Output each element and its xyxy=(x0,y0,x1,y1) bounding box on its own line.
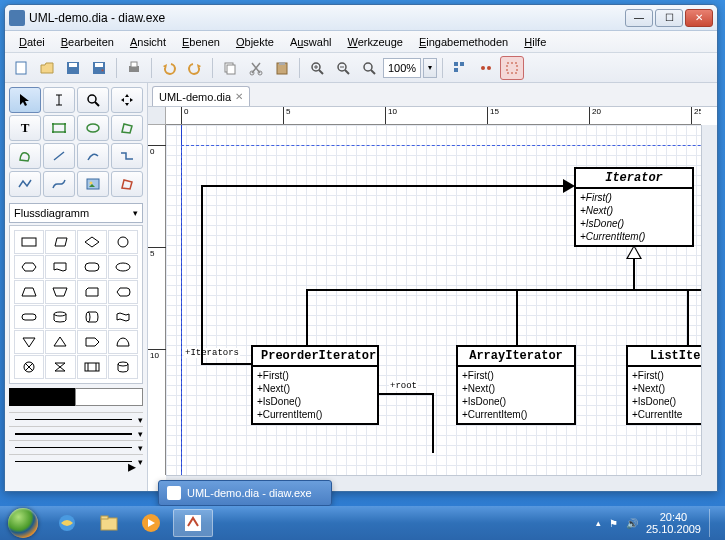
tool-scroll[interactable] xyxy=(111,87,143,113)
shape-diamond[interactable] xyxy=(77,230,107,254)
shape-hexagon[interactable] xyxy=(14,255,44,279)
menu-hilfe[interactable]: Hilfe xyxy=(516,34,554,50)
connector[interactable] xyxy=(379,393,434,395)
zoom-out-button[interactable] xyxy=(331,56,355,80)
tool-polyline[interactable] xyxy=(9,171,41,197)
association-label[interactable]: +root xyxy=(389,381,418,391)
shape-trapezoid[interactable] xyxy=(14,280,44,304)
copy-button[interactable] xyxy=(218,56,242,80)
shape-crossed-circle[interactable] xyxy=(14,355,44,379)
zoom-fit-button[interactable] xyxy=(357,56,381,80)
tool-text-caret[interactable] xyxy=(43,87,75,113)
tray-clock[interactable]: 20:40 25.10.2009 xyxy=(646,511,701,535)
shape-halfcircle[interactable] xyxy=(108,330,138,354)
connector[interactable] xyxy=(201,363,251,365)
uml-class-array[interactable]: ArrayIterator +First() +Next() +IsDone()… xyxy=(456,345,576,425)
minimize-button[interactable]: — xyxy=(625,9,653,27)
line-width-thin[interactable]: ▾ xyxy=(9,412,143,426)
menu-datei[interactable]: Datei xyxy=(11,34,53,50)
shape-category-dropdown[interactable]: Flussdiagramm ▾ xyxy=(9,203,143,223)
connector[interactable] xyxy=(633,259,635,289)
fg-swatch[interactable] xyxy=(9,388,75,406)
shape-card[interactable] xyxy=(77,280,107,304)
line-arrow-start[interactable]: ▾ xyxy=(9,440,143,454)
shape-hourglass[interactable] xyxy=(45,355,75,379)
tray-flag-icon[interactable]: ⚑ xyxy=(609,518,618,529)
tool-bezier-line[interactable] xyxy=(43,171,75,197)
show-desktop-button[interactable] xyxy=(709,509,717,537)
menu-objekte[interactable]: Objekte xyxy=(228,34,282,50)
taskbar-explorer[interactable] xyxy=(89,509,129,537)
tool-text[interactable]: T xyxy=(9,115,41,141)
uml-class-list[interactable]: ListIterat +First() +Next() +IsDone() +C… xyxy=(626,345,701,425)
tool-outline[interactable] xyxy=(111,171,143,197)
shape-rect[interactable] xyxy=(14,230,44,254)
tool-zigzag[interactable] xyxy=(111,143,143,169)
taskbar[interactable]: ▴ ⚑ 🔊 20:40 25.10.2009 xyxy=(0,506,725,540)
menu-ebenen[interactable]: Ebenen xyxy=(174,34,228,50)
snap-object-button[interactable] xyxy=(474,56,498,80)
bg-swatch[interactable] xyxy=(75,388,143,406)
connector[interactable] xyxy=(306,289,701,291)
start-button[interactable] xyxy=(0,506,46,540)
connector[interactable] xyxy=(306,289,308,345)
tool-line[interactable] xyxy=(43,143,75,169)
save-as-button[interactable]: * xyxy=(87,56,111,80)
menu-auswahl[interactable]: Auswahl xyxy=(282,34,340,50)
titlebar[interactable]: UML-demo.dia - diaw.exe — ☐ ✕ xyxy=(5,5,717,31)
line-arrow-end[interactable]: ▸▾ xyxy=(9,454,143,468)
open-file-button[interactable] xyxy=(35,56,59,80)
shape-triangle-up[interactable] xyxy=(45,330,75,354)
shape-pentagon-right[interactable] xyxy=(77,330,107,354)
menu-bearbeiten[interactable]: Bearbeiten xyxy=(53,34,122,50)
tab-close-icon[interactable]: ✕ xyxy=(235,91,243,102)
shape-cylinder2[interactable] xyxy=(108,355,138,379)
menu-eingabemethoden[interactable]: Eingabemethoden xyxy=(411,34,516,50)
cut-button[interactable] xyxy=(244,56,268,80)
snap-grid-button[interactable] xyxy=(448,56,472,80)
tool-magnify[interactable] xyxy=(77,87,109,113)
new-file-button[interactable] xyxy=(9,56,33,80)
paste-button[interactable] xyxy=(270,56,294,80)
zoom-dropdown[interactable]: ▾ xyxy=(423,58,437,78)
shape-trapezoid2[interactable] xyxy=(45,280,75,304)
taskbar-app-dia[interactable] xyxy=(173,509,213,537)
connector[interactable] xyxy=(687,289,689,345)
color-swatches[interactable] xyxy=(9,388,143,406)
system-tray[interactable]: ▴ ⚑ 🔊 20:40 25.10.2009 xyxy=(588,509,725,537)
undo-button[interactable] xyxy=(157,56,181,80)
association-label[interactable]: +Iterators xyxy=(184,348,240,358)
shape-tape[interactable] xyxy=(108,305,138,329)
menu-werkzeuge[interactable]: Werkzeuge xyxy=(339,34,410,50)
uml-class-preorder[interactable]: PreorderIterator +First() +Next() +IsDon… xyxy=(251,345,379,425)
connector[interactable] xyxy=(201,185,571,187)
tool-image[interactable] xyxy=(77,171,109,197)
shape-circle[interactable] xyxy=(108,230,138,254)
canvas[interactable]: Iterator +First() +Next() +IsDone() +Cur… xyxy=(166,125,701,475)
shape-triangle-down[interactable] xyxy=(14,330,44,354)
shape-stadium[interactable] xyxy=(14,305,44,329)
taskbar-mediaplayer[interactable] xyxy=(131,509,171,537)
shape-document[interactable] xyxy=(45,255,75,279)
save-button[interactable] xyxy=(61,56,85,80)
taskbar-preview[interactable]: UML-demo.dia - diaw.exe xyxy=(158,480,332,506)
tray-volume-icon[interactable]: 🔊 xyxy=(626,518,638,529)
shape-rect-divided[interactable] xyxy=(77,355,107,379)
shape-rounded[interactable] xyxy=(77,255,107,279)
tray-show-hidden-icon[interactable]: ▴ xyxy=(596,518,601,528)
shape-cylinder[interactable] xyxy=(45,305,75,329)
tool-polygon[interactable] xyxy=(111,115,143,141)
zoom-in-button[interactable] xyxy=(305,56,329,80)
shape-display[interactable] xyxy=(108,280,138,304)
connector[interactable] xyxy=(201,185,203,345)
maximize-button[interactable]: ☐ xyxy=(655,9,683,27)
uml-class-iterator[interactable]: Iterator +First() +Next() +IsDone() +Cur… xyxy=(574,167,694,247)
tool-bezier-shape[interactable] xyxy=(9,143,41,169)
close-button[interactable]: ✕ xyxy=(685,9,713,27)
tool-arc[interactable] xyxy=(77,143,109,169)
taskbar-ie[interactable] xyxy=(47,509,87,537)
menu-ansicht[interactable]: Ansicht xyxy=(122,34,174,50)
tool-box[interactable] xyxy=(43,115,75,141)
tool-ellipse[interactable] xyxy=(77,115,109,141)
tool-pointer[interactable] xyxy=(9,87,41,113)
